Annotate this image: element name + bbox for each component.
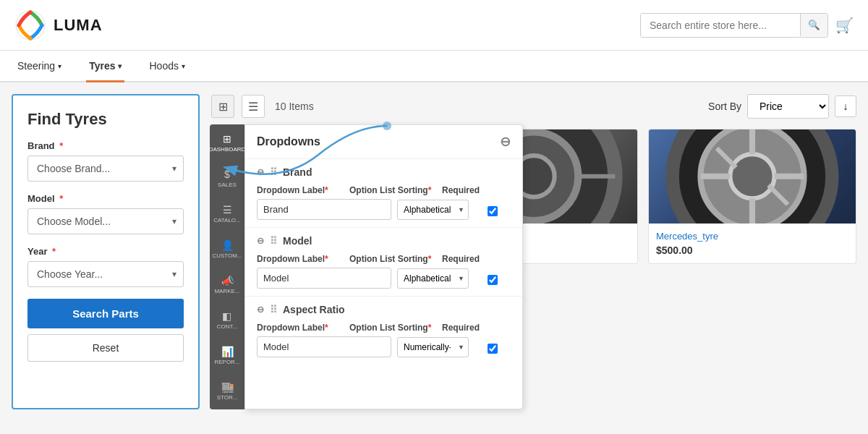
dp-brand-required-text: Required [442, 185, 480, 195]
panel-close-button[interactable]: ⊖ [500, 134, 511, 150]
sales-icon: $ [224, 169, 230, 180]
tyres-chevron-icon: ▾ [118, 62, 122, 70]
product-price-3: $500.00 [656, 244, 848, 256]
dp-aspect-option-sort-text: Option List Sorting* [349, 323, 436, 333]
dashboard-icon: ⊞ [223, 133, 231, 145]
dp-section-aspect: ⊖ ⠿ Aspect Ratio Dropdown Label* Option … [245, 297, 522, 365]
dp-brand-row: Dropdown Label* Option List Sorting* Req… [257, 185, 511, 195]
dropdowns-panel: Dropdowns ⊖ ⊖ ⠿ Brand Dropdown Label* Op… [244, 124, 523, 409]
search-box: 🔍 [640, 13, 828, 38]
brand-sort-select-wrap: Alphabetically - A to Z Alphabetically -… [397, 200, 469, 220]
dash-tab-reports[interactable]: 📊 REPOR... [213, 343, 241, 368]
dp-model-required-text: Required [442, 254, 480, 264]
drag-handle-brand: ⠿ [270, 166, 277, 178]
hoods-chevron-icon: ▾ [182, 62, 185, 70]
nav-item-steering[interactable]: Steering ▾ [14, 51, 64, 81]
dash-tab-content[interactable]: ◧ CONT... [216, 307, 239, 333]
aspect-dropdown-label-input[interactable] [257, 336, 391, 357]
dash-label-sales: SALES [218, 182, 237, 188]
main-nav: Steering ▾ Tyres ▾ Hoods ▾ [0, 51, 868, 82]
brand-select[interactable]: Choose Brand... BMW Mercedes [27, 156, 184, 182]
stores-icon: 🏬 [221, 381, 234, 393]
aspect-sort-select[interactable]: Alphabetically - A to Z Alphabetically -… [397, 337, 469, 357]
model-required-checkbox[interactable] [488, 275, 498, 285]
dp-section-model-header: ⊖ ⠿ Model [257, 235, 511, 247]
dp-model-label: Model [283, 235, 312, 247]
dp-model-dropdown-label-text: Dropdown Label* [257, 254, 344, 264]
brand-dropdown-req-star: * [325, 185, 328, 195]
find-tyres-sidebar: Find Tyres Brand * Choose Brand... BMW M… [12, 94, 200, 409]
tyre-svg-3 [649, 129, 856, 224]
dash-tab-dashboard[interactable]: ⊞ DASHBOARD [208, 130, 247, 156]
search-input[interactable] [641, 14, 800, 37]
sort-direction-button[interactable]: ↓ [835, 95, 856, 117]
aspect-collapse-button[interactable]: ⊖ [257, 305, 264, 315]
nav-item-tyres[interactable]: Tyres ▾ [86, 51, 124, 81]
aspect-dropdown-req-star: * [325, 323, 328, 333]
sort-select[interactable]: Price Name Relevance [747, 94, 829, 119]
svg-point-17 [730, 154, 774, 198]
cart-icon[interactable]: 🛒 [835, 17, 854, 34]
list-view-button[interactable]: ☰ [242, 95, 265, 118]
sort-area: Sort By Price Name Relevance ↓ [708, 94, 856, 119]
dp-model-inputs: Alphabetically - A to Z Alphabetically -… [257, 268, 511, 289]
search-parts-button[interactable]: Search Parts [27, 299, 184, 328]
dp-aspect-required-text: Required [442, 323, 480, 333]
brand-required-checkbox[interactable] [488, 206, 498, 216]
dp-aspect-label: Aspect Ratio [283, 304, 345, 315]
dp-section-model: ⊖ ⠿ Model Dropdown Label* Option List So… [245, 228, 522, 297]
dp-section-brand-header: ⊖ ⠿ Brand [257, 166, 511, 178]
model-field: Model * Choose Model... ▾ [27, 193, 184, 234]
dp-model-option-sort-text: Option List Sorting* [349, 254, 436, 264]
dash-tab-catalog[interactable]: ☰ CATALO... [212, 201, 242, 226]
search-submit-button[interactable]: 🔍 [800, 14, 827, 36]
model-sort-select[interactable]: Alphabetically - A to Z Alphabetically -… [397, 268, 469, 289]
dp-section-aspect-header: ⊖ ⠿ Aspect Ratio [257, 304, 511, 315]
year-required-star: * [52, 246, 56, 257]
nav-label-tyres: Tyres [89, 60, 115, 72]
brand-label: Brand * [27, 140, 184, 151]
dash-label-customers: CUSTOM... [212, 252, 242, 259]
dp-model-row: Dropdown Label* Option List Sorting* Req… [257, 254, 511, 264]
brand-field: Brand * Choose Brand... BMW Mercedes ▾ [27, 140, 184, 182]
product-info-3: Mercedes_tyre $500.00 [649, 224, 856, 263]
dp-brand-dropdown-label-text: Dropdown Label* [257, 185, 344, 195]
header: LUMA 🔍 🛒 [0, 0, 868, 51]
dash-tab-marketing[interactable]: 📣 MARKE... [213, 272, 241, 297]
nav-item-hoods[interactable]: Hoods ▾ [146, 51, 187, 81]
dash-tab-stores[interactable]: 🏬 STOR... [216, 378, 239, 404]
panel-title: Dropdowns [257, 135, 320, 148]
dash-tab-customers[interactable]: 👤 CUSTOM... [210, 237, 243, 262]
aspect-sort-select-wrap: Alphabetically - A to Z Alphabetically -… [397, 337, 469, 357]
brand-required-star: * [59, 140, 63, 151]
dp-aspect-inputs: Alphabetically - A to Z Alphabetically -… [257, 336, 511, 357]
dp-aspect-dropdown-label-text: Dropdown Label* [257, 323, 344, 333]
dropdowns-overlay: ⊞ DASHBOARD $ SALES ☰ CATALO... 👤 CUSTOM… [210, 124, 523, 409]
nav-label-hoods: Hoods [149, 60, 178, 72]
dash-label-catalog: CATALO... [213, 217, 241, 224]
model-dropdown-label-input[interactable] [257, 268, 391, 289]
sidebar-title: Find Tyres [27, 110, 184, 129]
year-select[interactable]: Choose Year... [27, 261, 184, 287]
year-select-wrapper: Choose Year... ▾ [27, 261, 184, 287]
dash-label-reports: REPOR... [214, 359, 239, 365]
reset-button[interactable]: Reset [27, 334, 184, 362]
model-sort-select-wrap: Alphabetically - A to Z Alphabetically -… [397, 268, 469, 289]
dp-section-brand: ⊖ ⠿ Brand Dropdown Label* Option List So… [245, 159, 522, 228]
steering-chevron-icon: ▾ [58, 62, 61, 70]
dash-label-content: CONT... [217, 323, 237, 330]
dash-tab-sales[interactable]: $ SALES [216, 166, 238, 191]
grid-view-button[interactable]: ⊞ [211, 95, 234, 118]
marketing-icon: 📣 [221, 275, 234, 286]
brand-dropdown-label-input[interactable] [257, 199, 391, 220]
model-select-wrapper: Choose Model... ▾ [27, 208, 184, 234]
reports-icon: 📊 [221, 346, 234, 357]
brand-collapse-button[interactable]: ⊖ [257, 167, 264, 177]
model-select[interactable]: Choose Model... [27, 208, 184, 234]
model-collapse-button[interactable]: ⊖ [257, 236, 264, 246]
nav-label-steering: Steering [17, 60, 55, 72]
aspect-required-checkbox[interactable] [488, 344, 498, 354]
model-sort-req-star: * [428, 254, 432, 264]
logo-area: LUMA [14, 9, 103, 41]
brand-sort-select[interactable]: Alphabetically - A to Z Alphabetically -… [397, 200, 469, 220]
